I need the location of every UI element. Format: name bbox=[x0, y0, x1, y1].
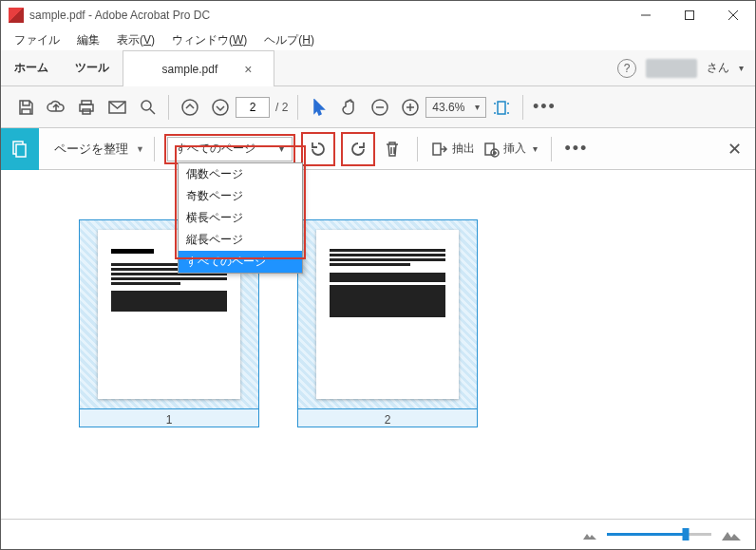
avatar bbox=[646, 59, 697, 78]
menu-bar: ファイル 編集 表示(V) ウィンドウ(W) ヘルプ(H) bbox=[1, 29, 755, 50]
toolbar-separator bbox=[551, 137, 552, 161]
menu-file[interactable]: ファイル bbox=[7, 30, 67, 50]
pointer-icon[interactable] bbox=[304, 92, 334, 123]
maximize-button[interactable] bbox=[668, 1, 711, 29]
zoom-out-icon[interactable] bbox=[365, 92, 395, 123]
menu-view[interactable]: 表示(V) bbox=[109, 30, 162, 50]
toolbar-separator bbox=[297, 95, 298, 120]
organize-label-chevron[interactable]: ▼ bbox=[136, 144, 144, 154]
menu-edit[interactable]: 編集 bbox=[69, 30, 107, 50]
search-icon[interactable] bbox=[132, 92, 162, 123]
main-toolbar: / 2 43.6%▾ ••• bbox=[1, 86, 755, 128]
svg-rect-20 bbox=[433, 143, 441, 155]
svg-point-8 bbox=[142, 101, 151, 110]
user-menu-chevron[interactable]: ▾ bbox=[739, 63, 744, 73]
page-preview bbox=[316, 230, 459, 399]
page-number-label: 1 bbox=[79, 409, 259, 427]
filter-option-odd[interactable]: 奇数ページ bbox=[179, 185, 302, 207]
organize-pages-bar: ページを整理 ▼ すべてのページ▾ 抽出 挿入▾ ••• ✕ bbox=[1, 128, 755, 170]
tab-home[interactable]: ホーム bbox=[1, 50, 62, 85]
page-filter-dropdown[interactable]: すべてのページ▾ bbox=[167, 137, 293, 161]
zoom-level-select[interactable]: 43.6%▾ bbox=[425, 97, 486, 118]
close-button[interactable] bbox=[711, 1, 755, 29]
more-icon[interactable]: ••• bbox=[529, 92, 559, 123]
menu-window[interactable]: ウィンドウ(W) bbox=[164, 30, 255, 50]
menu-help[interactable]: ヘルプ(H) bbox=[256, 30, 322, 50]
organize-pages-label: ページを整理 bbox=[54, 141, 128, 158]
svg-point-11 bbox=[213, 100, 228, 115]
delete-page-icon[interactable] bbox=[377, 134, 407, 164]
fit-width-icon[interactable] bbox=[486, 92, 517, 123]
page-total-label: / 2 bbox=[275, 101, 288, 114]
svg-rect-5 bbox=[80, 104, 93, 111]
rotate-ccw-button[interactable] bbox=[304, 135, 332, 163]
minimize-button[interactable] bbox=[624, 1, 668, 29]
thumbnail-size-large-icon[interactable] bbox=[721, 527, 742, 541]
page-number-label: 2 bbox=[297, 409, 478, 427]
svg-point-10 bbox=[182, 100, 198, 115]
toolbar-separator bbox=[417, 137, 418, 161]
page-filter-menu: 偶数ページ 奇数ページ 横長ページ 縦長ページ すべてのページ bbox=[178, 162, 303, 274]
extract-icon bbox=[431, 141, 448, 158]
tab-close-icon[interactable]: × bbox=[244, 62, 252, 77]
page-up-icon[interactable] bbox=[175, 92, 205, 123]
toolbar-separator bbox=[168, 95, 169, 120]
organize-more-icon[interactable]: ••• bbox=[561, 134, 592, 164]
window-controls bbox=[624, 1, 755, 29]
page-down-icon[interactable] bbox=[205, 92, 236, 123]
thumbnail-size-small-icon[interactable] bbox=[582, 529, 597, 541]
cloud-upload-icon[interactable] bbox=[41, 92, 71, 123]
mail-icon[interactable] bbox=[102, 92, 132, 123]
app-icon bbox=[9, 8, 24, 23]
toolbar-separator bbox=[154, 137, 155, 161]
thumbnail-size-slider[interactable] bbox=[607, 533, 711, 536]
status-bar bbox=[1, 519, 755, 549]
thumbnail-workspace: 1 2 bbox=[1, 172, 755, 519]
tab-tools[interactable]: ツール bbox=[62, 50, 123, 85]
organize-close-button[interactable]: ✕ bbox=[728, 139, 742, 160]
toolbar-separator bbox=[522, 95, 523, 120]
hand-icon[interactable] bbox=[334, 92, 365, 123]
insert-pages-button[interactable]: 挿入▾ bbox=[479, 141, 541, 158]
rotate-cw-button[interactable] bbox=[344, 135, 372, 163]
help-icon[interactable]: ? bbox=[617, 59, 636, 78]
save-icon[interactable] bbox=[10, 92, 41, 123]
title-bar: sample.pdf - Adobe Acrobat Pro DC bbox=[1, 1, 755, 29]
user-suffix: さん bbox=[707, 60, 729, 76]
filter-option-landscape[interactable]: 横長ページ bbox=[179, 207, 302, 229]
print-icon[interactable] bbox=[71, 92, 102, 123]
svg-rect-19 bbox=[16, 144, 26, 157]
organize-pages-tool-icon[interactable] bbox=[1, 128, 39, 170]
svg-rect-1 bbox=[686, 11, 694, 20]
svg-line-9 bbox=[150, 109, 155, 114]
tab-document-label: sample.pdf bbox=[162, 63, 218, 76]
zoom-in-icon[interactable] bbox=[395, 92, 425, 123]
filter-option-all[interactable]: すべてのページ bbox=[179, 251, 302, 273]
filter-option-portrait[interactable]: 縦長ページ bbox=[179, 229, 302, 251]
page-thumbnail-2[interactable]: 2 bbox=[297, 219, 478, 427]
svg-rect-17 bbox=[498, 102, 505, 114]
tab-bar: ホーム ツール sample.pdf × ? さん ▾ bbox=[1, 50, 755, 86]
page-number-input[interactable] bbox=[236, 97, 270, 118]
window-title: sample.pdf - Adobe Acrobat Pro DC bbox=[29, 9, 624, 22]
filter-option-even[interactable]: 偶数ページ bbox=[179, 163, 302, 185]
extract-pages-button[interactable]: 抽出 bbox=[427, 141, 479, 158]
insert-icon bbox=[482, 141, 500, 158]
tab-document[interactable]: sample.pdf × bbox=[123, 50, 274, 86]
